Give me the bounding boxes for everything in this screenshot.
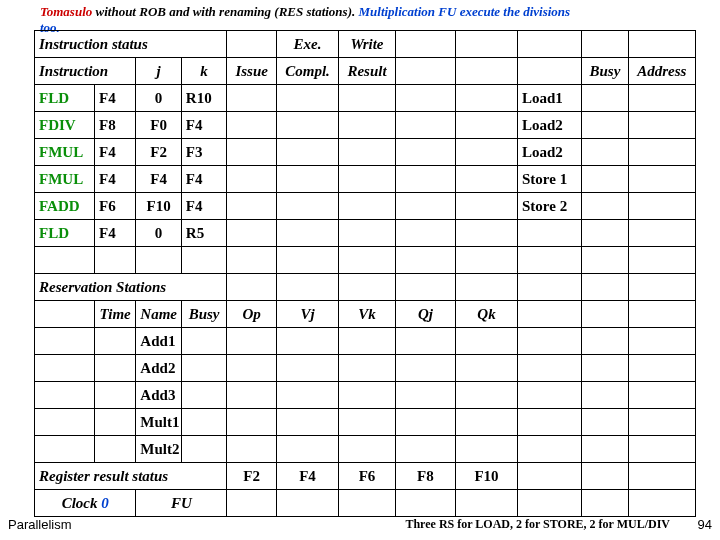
instr-k: R5: [181, 220, 227, 247]
instr-op: FMUL: [35, 166, 95, 193]
res-hdr-time: Time: [94, 301, 135, 328]
res-name: Add3: [136, 382, 182, 409]
instr-k: F3: [181, 139, 227, 166]
clock-label: Clock: [62, 495, 98, 511]
footer-center: Three RS for LOAD, 2 for STORE, 2 for MU…: [405, 517, 670, 532]
instr-op: FADD: [35, 193, 95, 220]
res-hdr-name: Name: [136, 301, 182, 328]
load-store-unit: [518, 220, 582, 247]
res-hdr-qj: Qj: [395, 301, 455, 328]
hdr-k: k: [181, 58, 227, 85]
res-row: Add2: [35, 355, 696, 382]
reg-label: F6: [339, 463, 396, 490]
res-hdr-busy: Busy: [181, 301, 227, 328]
res-hdr-qk: Qk: [455, 301, 517, 328]
page-number: 94: [698, 517, 712, 532]
hdr-j: j: [136, 58, 182, 85]
instr-op: FDIV: [35, 112, 95, 139]
instr-row: FMUL F4 F4 F4 Store 1: [35, 166, 696, 193]
instr-j: F4: [136, 166, 182, 193]
instr-dest: F8: [94, 112, 135, 139]
res-hdr-op: Op: [227, 301, 277, 328]
instr-dest: F4: [94, 139, 135, 166]
instr-k: F4: [181, 166, 227, 193]
load-store-unit: Store 1: [518, 166, 582, 193]
footer-left: Parallelism: [8, 517, 72, 532]
reg-label: F8: [395, 463, 455, 490]
res-hdr-vj: Vj: [277, 301, 339, 328]
instr-row: FLD F4 0 R5: [35, 220, 696, 247]
instr-j: 0: [136, 220, 182, 247]
res-hdr-vk: Vk: [339, 301, 396, 328]
regstat-title-row: Register result status F2 F4 F6 F8 F10: [35, 463, 696, 490]
res-name: Add1: [136, 328, 182, 355]
hdr-exe: Exe.: [277, 31, 339, 58]
res-row: Mult1: [35, 409, 696, 436]
instr-j: 0: [136, 85, 182, 112]
load-store-unit: Load2: [518, 139, 582, 166]
res-name: Mult1: [136, 409, 182, 436]
res-title-row: Reservation Stations: [35, 274, 696, 301]
fu-label: FU: [136, 490, 227, 517]
instr-dest: F4: [94, 85, 135, 112]
instr-k: F4: [181, 193, 227, 220]
res-row: Add3: [35, 382, 696, 409]
instr-op: FMUL: [35, 139, 95, 166]
instr-op: FLD: [35, 85, 95, 112]
res-row: Add1: [35, 328, 696, 355]
instr-row: FDIV F8 F0 F4 Load2: [35, 112, 696, 139]
tomasulo-table: Instruction status Exe. Write Instructio…: [34, 30, 696, 517]
hdr-busy: Busy: [582, 58, 629, 85]
load-store-unit: Load1: [518, 85, 582, 112]
instr-dest: F6: [94, 193, 135, 220]
clock-value: 0: [101, 495, 109, 511]
res-name: Add2: [136, 355, 182, 382]
hdr-write: Write: [339, 31, 396, 58]
instr-j: F2: [136, 139, 182, 166]
load-store-unit: Load2: [518, 112, 582, 139]
title-seg-2: without ROB and with renaming (RES stati…: [92, 4, 355, 19]
reg-label: F2: [227, 463, 277, 490]
hdr-address: Address: [628, 58, 695, 85]
hdr-instruction: Instruction: [35, 58, 136, 85]
hdr-issue: Issue: [227, 58, 277, 85]
instr-j: F0: [136, 112, 182, 139]
instr-dest: F4: [94, 220, 135, 247]
load-store-unit: Store 2: [518, 193, 582, 220]
title-seg-3: Multiplication FU execute the divisions: [355, 4, 570, 19]
title-seg-1: Tomasulo: [40, 4, 92, 19]
regstat-title: Register result status: [35, 463, 227, 490]
res-title: Reservation Stations: [35, 274, 227, 301]
header-row-1: Instruction status Exe. Write: [35, 31, 696, 58]
instr-row: FADD F6 F10 F4 Store 2: [35, 193, 696, 220]
instr-k: F4: [181, 112, 227, 139]
header-row-2: Instruction j k Issue Compl. Result Busy…: [35, 58, 696, 85]
reg-label: F10: [455, 463, 517, 490]
instr-k: R10: [181, 85, 227, 112]
hdr-instr-status: Instruction status: [35, 31, 227, 58]
instr-row: FLD F4 0 R10 Load1: [35, 85, 696, 112]
spacer-row: [35, 247, 696, 274]
res-name: Mult2: [136, 436, 182, 463]
hdr-compl: Compl.: [277, 58, 339, 85]
instr-dest: F4: [94, 166, 135, 193]
instr-j: F10: [136, 193, 182, 220]
hdr-result: Result: [339, 58, 396, 85]
instr-row: FMUL F4 F2 F3 Load2: [35, 139, 696, 166]
regstat-fu-row: Clock 0 FU: [35, 490, 696, 517]
res-row: Mult2: [35, 436, 696, 463]
res-header-row: Time Name Busy Op Vj Vk Qj Qk: [35, 301, 696, 328]
instr-op: FLD: [35, 220, 95, 247]
reg-label: F4: [277, 463, 339, 490]
